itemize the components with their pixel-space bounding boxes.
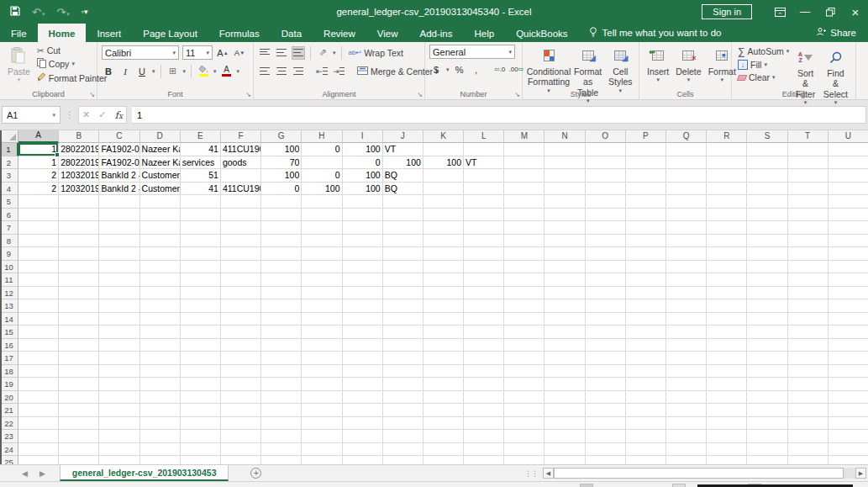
cell-N16[interactable]: [544, 339, 585, 352]
cell-Q4[interactable]: [666, 183, 707, 196]
cell-D16[interactable]: [140, 339, 181, 352]
cell-J17[interactable]: [383, 352, 423, 365]
cell-H5[interactable]: [302, 195, 342, 209]
cell-R7[interactable]: [707, 221, 747, 235]
cell-D17[interactable]: [140, 352, 181, 365]
row-header-24[interactable]: 24: [0, 443, 18, 457]
cell-A20[interactable]: [18, 391, 59, 405]
cell-G8[interactable]: [261, 235, 302, 248]
restore-button[interactable]: [818, 0, 843, 24]
cell-R5[interactable]: [707, 195, 747, 209]
cell-F17[interactable]: [221, 352, 261, 365]
select-all-corner[interactable]: [0, 130, 18, 143]
cell-D23[interactable]: [140, 430, 181, 443]
cell-U24[interactable]: [829, 443, 868, 457]
cell-B14[interactable]: [59, 313, 99, 326]
cell-I17[interactable]: [343, 352, 383, 365]
cell-C12[interactable]: [99, 287, 139, 300]
cell-D3[interactable]: Customer: [140, 169, 181, 183]
cell-D8[interactable]: [140, 235, 181, 248]
cell-L23[interactable]: [464, 430, 504, 443]
cell-N6[interactable]: [544, 209, 585, 222]
cell-E8[interactable]: [181, 235, 221, 248]
sheet-nav-left-icon[interactable]: ◀: [0, 465, 34, 481]
cell-Q9[interactable]: [666, 247, 707, 261]
row-header-14[interactable]: 14: [0, 313, 18, 326]
cell-H23[interactable]: [302, 430, 342, 443]
row-header-17[interactable]: 17: [0, 352, 18, 365]
column-header-H[interactable]: H: [302, 130, 342, 143]
cell-F6[interactable]: [221, 209, 261, 222]
cell-E2[interactable]: services: [181, 156, 221, 170]
cell-I8[interactable]: [343, 235, 383, 248]
cell-E14[interactable]: [181, 313, 221, 326]
cell-B11[interactable]: [59, 273, 99, 287]
cell-H17[interactable]: [302, 352, 342, 365]
cell-K8[interactable]: [423, 235, 464, 248]
cell-F11[interactable]: [221, 273, 261, 287]
cell-A25[interactable]: [18, 456, 59, 464]
cell-A13[interactable]: [18, 299, 59, 313]
alignment-dialog-launcher-icon[interactable]: ↘: [417, 92, 423, 98]
cell-U1[interactable]: [829, 143, 868, 156]
cell-U14[interactable]: [829, 313, 868, 326]
cell-J21[interactable]: [383, 404, 423, 417]
cell-G16[interactable]: [261, 339, 302, 352]
cell-Q21[interactable]: [666, 404, 707, 417]
cell-S15[interactable]: [747, 326, 787, 339]
cell-T17[interactable]: [788, 352, 829, 365]
cell-C18[interactable]: [99, 365, 139, 378]
cell-O21[interactable]: [586, 404, 626, 417]
cell-I6[interactable]: [343, 209, 383, 222]
column-header-A[interactable]: A: [18, 130, 59, 143]
cell-K24[interactable]: [423, 443, 464, 457]
cell-J25[interactable]: [383, 456, 423, 464]
cell-D11[interactable]: [140, 273, 181, 287]
cell-S13[interactable]: [747, 299, 787, 313]
cell-L14[interactable]: [464, 313, 504, 326]
cell-S1[interactable]: [747, 143, 787, 156]
cell-Q14[interactable]: [666, 313, 707, 326]
cell-O10[interactable]: [586, 261, 626, 274]
cell-S14[interactable]: [747, 313, 787, 326]
cell-B9[interactable]: [59, 247, 99, 261]
cell-R17[interactable]: [707, 352, 747, 365]
cell-A4[interactable]: 2: [18, 183, 59, 196]
cell-F24[interactable]: [221, 443, 261, 457]
cell-B17[interactable]: [59, 352, 99, 365]
cell-L19[interactable]: [464, 378, 504, 391]
cell-P23[interactable]: [626, 430, 666, 443]
column-header-K[interactable]: K: [423, 130, 464, 143]
cell-I15[interactable]: [343, 326, 383, 339]
cell-M1[interactable]: [504, 143, 544, 156]
cell-D9[interactable]: [140, 247, 181, 261]
redo-icon[interactable]: ↷▾: [56, 7, 69, 18]
cell-L4[interactable]: [464, 183, 504, 196]
fill-button[interactable]: ↓ Fill ▾: [736, 59, 791, 71]
cell-N5[interactable]: [544, 195, 585, 209]
cell-K4[interactable]: [423, 183, 464, 196]
cell-N17[interactable]: [544, 352, 585, 365]
cell-D4[interactable]: Customer: [140, 183, 181, 196]
cell-C11[interactable]: [99, 273, 139, 287]
cell-E19[interactable]: [181, 378, 221, 391]
ribbon-display-options-icon[interactable]: [767, 0, 792, 24]
cell-P19[interactable]: [626, 378, 666, 391]
cell-J9[interactable]: [383, 247, 423, 261]
cell-C6[interactable]: [99, 209, 139, 222]
cell-H12[interactable]: [302, 287, 342, 300]
cell-M23[interactable]: [504, 430, 544, 443]
cell-T9[interactable]: [788, 247, 829, 261]
cell-R24[interactable]: [707, 443, 747, 457]
column-header-E[interactable]: E: [181, 130, 221, 143]
cell-E20[interactable]: [181, 391, 221, 405]
cell-K13[interactable]: [423, 299, 464, 313]
cell-E9[interactable]: [181, 247, 221, 261]
cell-N18[interactable]: [544, 365, 585, 378]
cell-B20[interactable]: [59, 391, 99, 405]
cell-K3[interactable]: [423, 169, 464, 183]
cell-H1[interactable]: 0: [302, 143, 342, 156]
cell-O25[interactable]: [586, 456, 626, 464]
cell-T13[interactable]: [788, 299, 829, 313]
cell-A16[interactable]: [18, 339, 59, 352]
